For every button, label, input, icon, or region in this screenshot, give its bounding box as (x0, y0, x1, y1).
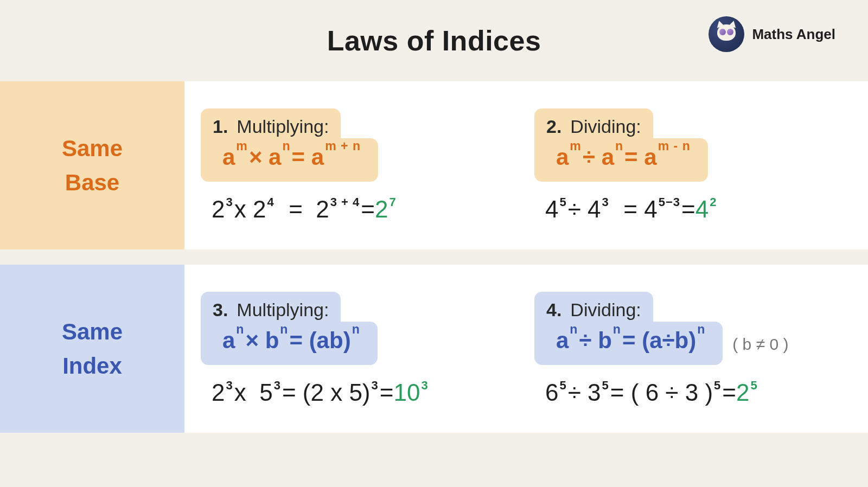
row-label-line1: Same (62, 315, 123, 349)
row-same-index: Same Index 3. Multiplying: an × bn = (ab… (0, 265, 868, 433)
law-header: 2. Dividing: (534, 108, 653, 140)
law-formula: an ÷ bn = (a÷b)n (534, 322, 723, 365)
row-separator (0, 249, 868, 265)
law-header: 1. Multiplying: (201, 108, 341, 140)
law-name: Dividing: (570, 116, 641, 137)
law-4-dividing: 4. Dividing: an ÷ bn = (a÷b)n ( b ≠ 0 ) … (534, 278, 846, 420)
brand: Maths Angel (709, 16, 835, 52)
law-formula: an × bn = (ab)n (201, 322, 378, 365)
row-label-line1: Same (62, 131, 123, 165)
law-formula: am × an = am + n (201, 138, 378, 182)
law-number: 3. (213, 299, 228, 321)
row-content: 1. Multiplying: am × an = am + n 23 x 24… (184, 81, 868, 249)
page-title: Laws of Indices (327, 24, 541, 57)
law-name: Dividing: (570, 299, 641, 321)
row-content: 3. Multiplying: an × bn = (ab)n 23 x 53 … (184, 265, 868, 433)
law-1-multiplying: 1. Multiplying: am × an = am + n 23 x 24… (201, 94, 513, 236)
law-note: ( b ≠ 0 ) (732, 335, 788, 354)
brand-logo-icon (709, 16, 744, 52)
law-header: 3. Multiplying: (201, 292, 341, 324)
law-number: 2. (546, 116, 561, 137)
law-header: 4. Dividing: (534, 292, 653, 324)
law-name: Multiplying: (237, 116, 329, 137)
law-number: 1. (213, 116, 228, 137)
content-rows: Same Base 1. Multiplying: am × an = am +… (0, 81, 868, 433)
law-example: 23 x 53 = (2 x 5)3 = 103 (201, 379, 513, 406)
row-label-line2: Index (62, 349, 122, 383)
brand-name: Maths Angel (752, 26, 835, 43)
row-label-line2: Base (65, 165, 119, 200)
law-name: Multiplying: (237, 299, 329, 321)
header: Laws of Indices Maths Angel (0, 0, 868, 81)
law-formula: am ÷ an = am - n (534, 138, 708, 182)
law-example: 45 ÷ 43 = 45−3 = 42 (534, 196, 846, 223)
law-2-dividing: 2. Dividing: am ÷ an = am - n 45 ÷ 43 = … (534, 94, 846, 236)
law-example: 65 ÷ 35 = ( 6 ÷ 3 )5 = 25 (534, 379, 846, 406)
row-same-base: Same Base 1. Multiplying: am × an = am +… (0, 81, 868, 249)
law-3-multiplying: 3. Multiplying: an × bn = (ab)n 23 x 53 … (201, 278, 513, 420)
row-label-same-base: Same Base (0, 81, 184, 249)
row-label-same-index: Same Index (0, 265, 184, 433)
law-example: 23 x 24 = 23 + 4 = 27 (201, 196, 513, 223)
law-number: 4. (546, 299, 561, 321)
